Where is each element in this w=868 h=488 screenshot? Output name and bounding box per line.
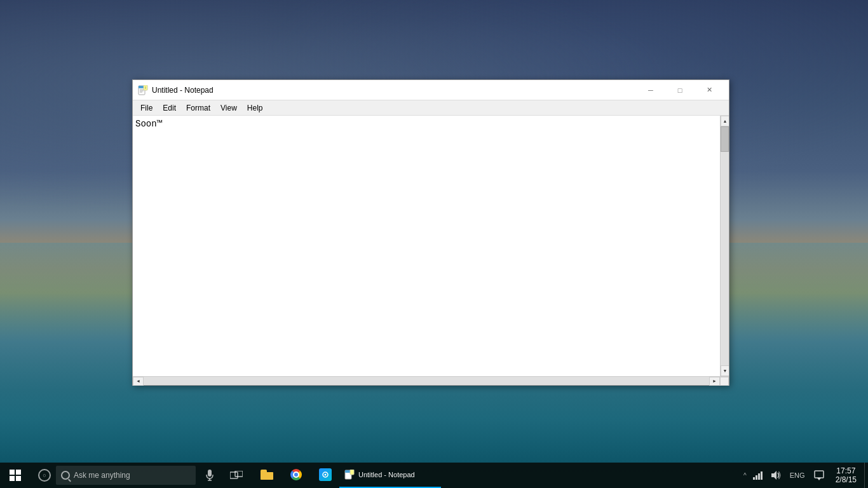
clock-date: 2/8/15: [836, 475, 857, 484]
taskbar-app-blue[interactable]: [311, 463, 339, 488]
svg-rect-18: [753, 477, 755, 480]
taskbar: ○ Ask me anything: [0, 463, 868, 488]
taskbar-clock[interactable]: 17:57 2/8/15: [829, 463, 863, 488]
cortana-icon: ○: [38, 469, 51, 482]
svg-rect-23: [815, 471, 824, 478]
svg-marker-24: [817, 478, 821, 480]
taskbar-app-file-explorer[interactable]: [253, 463, 281, 488]
maximize-button[interactable]: □: [665, 80, 695, 100]
notepad-window: Untitled - Notepad ─ □ ✕ File Edit Forma…: [132, 79, 729, 386]
svg-rect-8: [208, 470, 212, 477]
scroll-left-arrow[interactable]: ◄: [133, 377, 144, 386]
notepad-text-editor[interactable]: Soon™: [133, 116, 720, 376]
microphone-button[interactable]: [198, 463, 221, 488]
show-hidden-icons-button[interactable]: ^: [741, 472, 749, 479]
scroll-thumb-vertical[interactable]: [721, 126, 729, 152]
menu-view[interactable]: View: [215, 101, 242, 115]
clock-time: 17:57: [836, 466, 855, 475]
svg-rect-5: [144, 85, 147, 90]
notepad-content-area: Soon™ ▲ ▼: [133, 116, 729, 376]
minimize-button[interactable]: ─: [636, 80, 665, 100]
file-explorer-icon: [261, 470, 273, 480]
notepad-titlebar: Untitled - Notepad ─ □ ✕: [133, 80, 729, 100]
svg-marker-22: [771, 471, 776, 480]
keyboard-layout-button[interactable]: ENG: [786, 463, 809, 488]
cortana-button[interactable]: ○: [33, 463, 56, 488]
volume-icon-button[interactable]: [767, 463, 785, 488]
scroll-resize-grip: [720, 377, 729, 386]
search-icon: [61, 471, 70, 480]
scroll-right-arrow[interactable]: ►: [709, 377, 720, 386]
menu-help[interactable]: Help: [242, 101, 268, 115]
search-box[interactable]: Ask me anything: [56, 466, 196, 485]
microphone-icon: [206, 470, 214, 481]
blue-app-icon: [319, 468, 332, 481]
search-label: Ask me anything: [74, 471, 130, 480]
taskbar-search-area: ○ Ask me anything: [31, 463, 221, 488]
svg-rect-19: [756, 475, 757, 480]
notepad-taskbar-icon: [344, 470, 355, 480]
menu-file[interactable]: File: [135, 101, 158, 115]
svg-rect-21: [761, 471, 763, 480]
action-center-button[interactable]: [810, 463, 828, 488]
scroll-track-vertical[interactable]: [721, 126, 729, 365]
network-icon: [753, 471, 763, 480]
task-view-icon: [230, 471, 243, 480]
notepad-horizontal-scrollbar: ◄ ►: [133, 376, 729, 385]
close-button[interactable]: ✕: [695, 80, 724, 100]
task-view-button[interactable]: [222, 463, 250, 488]
notepad-app-icon: [138, 85, 148, 95]
volume-icon: [771, 470, 781, 480]
svg-point-14: [325, 474, 327, 476]
taskbar-system-tray: ^ ENG: [741, 463, 868, 488]
svg-rect-11: [230, 472, 238, 478]
scroll-down-arrow[interactable]: ▼: [721, 365, 729, 376]
taskbar-apps: [253, 463, 339, 488]
notepad-vertical-scrollbar: ▲ ▼: [720, 116, 729, 376]
taskbar-notepad-button[interactable]: Untitled - Notepad: [339, 463, 441, 488]
notepad-menubar: File Edit Format View Help: [133, 100, 729, 116]
chrome-icon: [290, 469, 302, 480]
notepad-taskbar-label: Untitled - Notepad: [358, 471, 415, 478]
svg-rect-17: [350, 470, 354, 475]
scroll-track-horizontal[interactable]: [144, 377, 709, 385]
notepad-window-title: Untitled - Notepad: [152, 86, 636, 95]
svg-rect-20: [758, 473, 760, 480]
menu-edit[interactable]: Edit: [158, 101, 181, 115]
show-desktop-button[interactable]: [864, 463, 868, 488]
taskbar-app-chrome[interactable]: [282, 463, 310, 488]
menu-format[interactable]: Format: [181, 101, 215, 115]
notepad-window-controls: ─ □ ✕: [636, 80, 724, 100]
scroll-up-arrow[interactable]: ▲: [721, 116, 729, 126]
network-icon-button[interactable]: [750, 463, 766, 488]
action-center-icon: [814, 470, 824, 480]
start-button[interactable]: [0, 463, 31, 488]
